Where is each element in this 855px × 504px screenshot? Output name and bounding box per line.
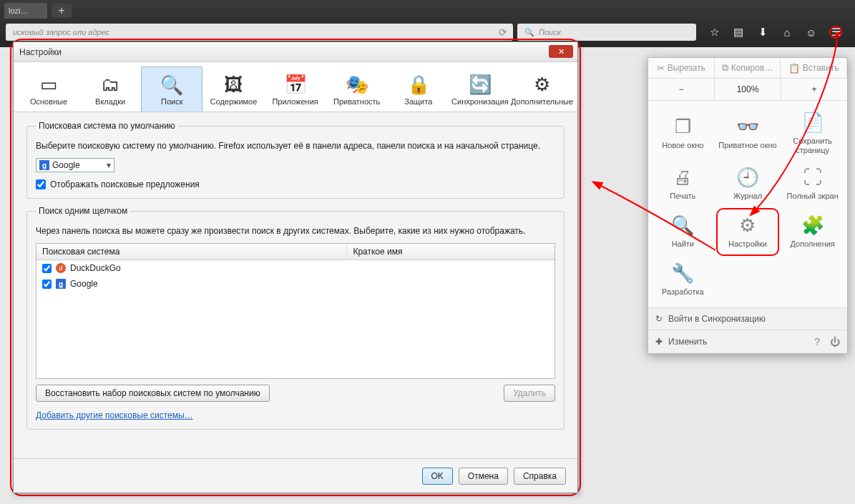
- engine-checkbox[interactable]: [42, 264, 52, 273]
- menu-item-журнал[interactable]: 🕘Журнал: [716, 162, 780, 207]
- синхронизация-icon: 🔄: [449, 73, 511, 97]
- menu-item-дополнения[interactable]: 🧩Дополнения: [781, 208, 844, 256]
- settings-tab-дополнительные[interactable]: ⚙Дополнительные: [511, 66, 573, 112]
- menu-item-печать[interactable]: 🖨Печать: [651, 162, 715, 207]
- настройки-icon: ⚙: [739, 215, 756, 237]
- reload-icon[interactable]: ⟳: [499, 26, 507, 38]
- печать-icon: 🖨: [673, 167, 692, 189]
- help-button[interactable]: Справка: [514, 468, 566, 485]
- menu-item-label: Найти: [672, 239, 694, 249]
- sync-icon: ↻: [655, 314, 663, 324]
- browser-toolbar: lozi… + исковый запрос или адрес ⟳ 🔍 Пои…: [0, 0, 855, 47]
- сохранить-страницу-icon: 📄: [801, 112, 824, 134]
- home-icon[interactable]: ⌂: [781, 26, 793, 39]
- default-search-fieldset: Поисковая система по умолчанию Выберите …: [26, 121, 565, 199]
- settings-tab-вкладки[interactable]: 🗂Вкладки: [79, 66, 141, 112]
- copy-icon: ⧉: [722, 62, 728, 74]
- menu-item-label: Новое окно: [662, 141, 703, 150]
- menu-item-сохранить-страницу[interactable]: 📄Сохранить страницу: [781, 107, 844, 160]
- основные-icon: ▭: [18, 73, 79, 97]
- scissors-icon: ✂: [657, 63, 665, 74]
- ok-button[interactable]: OK: [422, 468, 453, 485]
- menu-cut[interactable]: ✂Вырезать: [648, 58, 715, 78]
- settings-tab-содержимое[interactable]: 🖼Содержимое: [202, 66, 264, 112]
- add-engines-link[interactable]: Добавить другие поисковые системы…: [36, 410, 193, 420]
- новое-окно-icon: ❐: [675, 117, 691, 138]
- menu-customize[interactable]: ✚ Изменить: [655, 337, 707, 347]
- zoom-in-button[interactable]: +: [781, 79, 847, 100]
- search-bar[interactable]: 🔍 Поиск: [517, 24, 696, 41]
- tab-label: Приложения: [272, 97, 318, 106]
- защита-icon: 🔒: [388, 73, 449, 97]
- default-search-select[interactable]: g Google: [36, 158, 114, 172]
- dialog-tabstrip: ▭Основные🗂Вкладки🔍Поиск🖼Содержимое📅Прило…: [14, 62, 577, 112]
- журнал-icon: 🕘: [736, 167, 759, 189]
- menu-sync[interactable]: ↻ Войти в Синхронизацию: [648, 307, 847, 330]
- new-tab-button[interactable]: +: [52, 4, 72, 18]
- help-icon[interactable]: ?: [814, 336, 820, 347]
- engine-row[interactable]: dDuckDuckGo: [36, 260, 554, 276]
- library-icon[interactable]: ▤: [732, 26, 745, 39]
- menu-item-label: Печать: [670, 192, 695, 201]
- menu-item-приватное-окно[interactable]: 👓Приватное окно: [716, 107, 780, 160]
- menu-item-найти[interactable]: 🔍Найти: [651, 208, 715, 256]
- dialog-close-button[interactable]: ✕: [549, 45, 573, 58]
- zoom-out-button[interactable]: −: [648, 79, 715, 100]
- menu-item-полный-экран[interactable]: ⛶Полный экран: [781, 162, 844, 207]
- settings-dialog: Настройки ✕ ▭Основные🗂Вкладки🔍Поиск🖼Соде…: [13, 41, 578, 493]
- menu-button[interactable]: ☰: [829, 26, 842, 39]
- suggestions-checkbox[interactable]: [36, 179, 46, 189]
- col-engine[interactable]: Поисковая система: [36, 244, 347, 260]
- settings-tab-приложения[interactable]: 📅Приложения: [265, 66, 326, 112]
- smile-icon[interactable]: ☺: [805, 26, 818, 39]
- oneclick-fieldset: Поиск одним щелчком Через панель поиска …: [26, 206, 565, 430]
- menu-item-label: Разработка: [662, 287, 704, 297]
- cancel-button[interactable]: Отмена: [459, 468, 508, 485]
- address-placeholder: исковый запрос или адрес: [13, 28, 109, 36]
- settings-tab-синхронизация[interactable]: 🔄Синхронизация: [449, 66, 511, 112]
- address-bar[interactable]: исковый запрос или адрес ⟳: [6, 24, 513, 41]
- menu-item-label: Полный экран: [787, 192, 839, 201]
- dialog-footer: OK Отмена Справка: [14, 458, 577, 493]
- menu-copy[interactable]: ⧉Копиров…: [715, 58, 781, 78]
- settings-tab-основные[interactable]: ▭Основные: [18, 66, 79, 112]
- default-search-value: Google: [52, 160, 80, 170]
- полный-экран-icon: ⛶: [803, 167, 822, 189]
- tab-label: lozi…: [9, 6, 29, 15]
- star-icon[interactable]: ☆: [708, 26, 720, 39]
- engine-name: DuckDuckGo: [70, 263, 121, 273]
- settings-tab-защита[interactable]: 🔒Защита: [388, 66, 449, 112]
- power-icon[interactable]: ⏻: [830, 336, 840, 347]
- plus-icon: ✚: [655, 337, 663, 347]
- menu-paste[interactable]: 📋Вставить: [781, 58, 847, 78]
- tab-label: Синхронизация: [451, 97, 509, 106]
- engine-table: Поисковая система Краткое имя dDuckDuckG…: [36, 243, 555, 379]
- содержимое-icon: 🖼: [202, 73, 264, 97]
- settings-tab-поиск[interactable]: 🔍Поиск: [141, 66, 202, 112]
- menu-item-новое-окно[interactable]: ❐Новое окно: [651, 107, 715, 160]
- tab-label: Основные: [30, 97, 67, 106]
- tab-label: Поиск: [161, 97, 182, 106]
- menu-item-настройки[interactable]: ⚙Настройки: [716, 208, 780, 256]
- engine-checkbox[interactable]: [42, 280, 52, 289]
- col-shortname[interactable]: Краткое имя: [347, 244, 554, 260]
- engine-row[interactable]: gGoogle: [36, 276, 554, 292]
- tab-label: Защита: [404, 97, 432, 106]
- дополнения-icon: 🧩: [801, 215, 824, 237]
- download-icon[interactable]: ⬇: [756, 26, 769, 39]
- browser-tab[interactable]: lozi…: [4, 3, 47, 19]
- suggestions-label: Отображать поисковые предложения: [50, 179, 200, 189]
- suggestions-checkbox-row[interactable]: Отображать поисковые предложения: [36, 179, 555, 189]
- search-placeholder: Поиск: [539, 28, 561, 36]
- приложения-icon: 📅: [265, 73, 326, 97]
- menu-item-разработка[interactable]: 🔧Разработка: [651, 257, 715, 302]
- delete-engine-button[interactable]: Удалить: [504, 385, 555, 402]
- paste-icon: 📋: [788, 63, 800, 74]
- settings-tab-приватность[interactable]: 🎭Приватность: [326, 66, 388, 112]
- приватность-icon: 🎭: [326, 73, 388, 97]
- oneclick-desc: Через панель поиска вы можете сразу же п…: [36, 226, 555, 236]
- restore-defaults-button[interactable]: Восстановить набор поисковых систем по у…: [36, 385, 270, 402]
- приватное-окно-icon: 👓: [736, 117, 759, 138]
- tab-label: Вкладки: [95, 97, 125, 106]
- default-search-desc: Выберите поисковую систему по умолчанию.…: [36, 141, 555, 151]
